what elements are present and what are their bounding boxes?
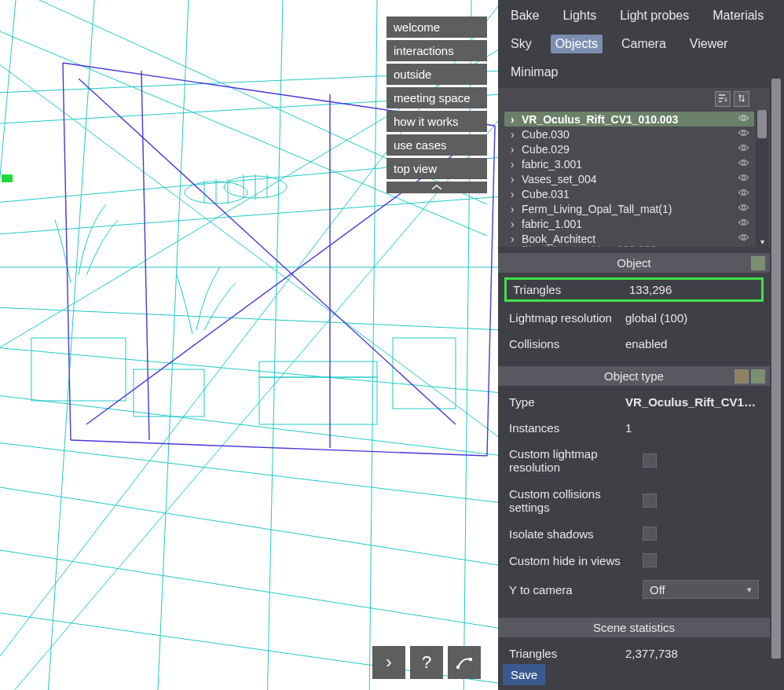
- view-menu-item[interactable]: meeting space: [387, 87, 487, 108]
- prop-label: Instances: [509, 421, 625, 435]
- view-menu-item[interactable]: outside: [387, 64, 487, 85]
- tree-row[interactable]: › Cube.030: [504, 127, 754, 141]
- svg-rect-35: [134, 369, 204, 417]
- sort-controls: [498, 88, 770, 110]
- stats-section-header[interactable]: Scene statistics: [498, 618, 770, 637]
- svg-point-51: [742, 161, 746, 164]
- tree-row[interactable]: › PlantMonsteraVase002.003: [504, 246, 754, 247]
- svg-line-40: [71, 440, 487, 456]
- svg-line-11: [0, 0, 16, 690]
- tree-row[interactable]: › Cube.031: [504, 186, 754, 201]
- scrollbar-thumb[interactable]: [757, 110, 767, 138]
- tab-bake[interactable]: Bake: [506, 6, 544, 25]
- checkbox[interactable]: [643, 553, 657, 567]
- sort-priority-button[interactable]: [715, 91, 731, 107]
- objtype-section-header[interactable]: Object type: [498, 366, 770, 386]
- objtype-instances-row: Instances 1: [498, 415, 770, 441]
- tree-row-label: fabric_3.001: [522, 158, 582, 171]
- prop-label: Type: [509, 395, 625, 409]
- visibility-icon[interactable]: [738, 203, 749, 215]
- checkbox[interactable]: [643, 453, 657, 468]
- color-swatch[interactable]: [751, 369, 765, 384]
- tree-row-label: Book_Architect: [522, 233, 595, 245]
- view-menu-item[interactable]: interactions: [387, 40, 487, 61]
- visibility-icon[interactable]: [738, 143, 749, 155]
- view-menu-item[interactable]: use cases: [387, 134, 487, 156]
- svg-line-17: [0, 487, 498, 566]
- tree-row-label: fabric_1.001: [522, 218, 582, 230]
- visibility-icon[interactable]: [738, 233, 749, 244]
- view-menu-item[interactable]: how it works: [387, 111, 487, 132]
- color-swatch[interactable]: [735, 369, 749, 384]
- object-triangles-row: Triangles 133,296: [504, 277, 764, 302]
- help-button[interactable]: ?: [410, 646, 443, 679]
- tree-row[interactable]: › fabric_1.001: [504, 216, 754, 231]
- tab-sky[interactable]: Sky: [506, 35, 537, 53]
- tab-objects[interactable]: Objects: [551, 35, 603, 53]
- sort-updown-button[interactable]: [734, 91, 749, 107]
- section-title: Object: [617, 256, 650, 270]
- tree-row-label: VR_Oculus_Rift_CV1_010.003: [522, 113, 678, 126]
- scrollbar-thumb[interactable]: [771, 79, 781, 659]
- path-tool-button[interactable]: [448, 646, 481, 679]
- color-swatch[interactable]: [751, 256, 765, 270]
- view-menu-item[interactable]: welcome: [387, 17, 487, 38]
- object-tree: › VR_Oculus_Rift_CV1_010.003 › Cube.030 …: [498, 110, 770, 247]
- tree-row[interactable]: › Cube.029: [504, 141, 754, 156]
- visibility-icon[interactable]: [738, 158, 749, 170]
- object-section-header[interactable]: Object: [498, 253, 770, 273]
- checkbox[interactable]: [643, 494, 657, 508]
- tree-row[interactable]: › Ferm_Living_Opal_Tall_mat(1): [504, 201, 754, 216]
- svg-rect-33: [259, 377, 377, 424]
- tree-row-label: Vases_set_004: [522, 173, 596, 185]
- view-menu-collapse[interactable]: [387, 182, 487, 193]
- tab-viewer[interactable]: Viewer: [685, 35, 733, 53]
- tab-lights[interactable]: Lights: [558, 6, 601, 25]
- tree-scrollbar[interactable]: ▾: [756, 110, 768, 247]
- prop-value: VR_Oculus_Rift_CV1…: [625, 395, 756, 409]
- ytocam-select[interactable]: Off ▾: [643, 580, 759, 599]
- prop-label: Custom lightmap resolution: [509, 447, 643, 475]
- prop-value: enabled: [625, 337, 667, 351]
- viewport-3d[interactable]: welcome interactions outside meeting spa…: [0, 0, 498, 690]
- section-title: Object type: [604, 369, 664, 383]
- svg-rect-32: [31, 338, 126, 401]
- view-menu-item[interactable]: top view: [387, 158, 487, 179]
- tree-row-label: PlantMonsteraVase002.003: [522, 246, 657, 247]
- visibility-icon[interactable]: [738, 113, 749, 125]
- tree-row[interactable]: › Vases_set_004: [504, 171, 754, 186]
- visibility-icon[interactable]: [738, 218, 749, 229]
- visibility-icon[interactable]: [738, 188, 749, 200]
- objtype-custom-collisions-row: Custom collisions settings: [498, 481, 770, 521]
- checkbox[interactable]: [643, 527, 657, 541]
- chevron-right-icon: ›: [386, 652, 391, 673]
- chevron-right-icon: ›: [511, 143, 518, 156]
- tab-camera[interactable]: Camera: [617, 35, 671, 53]
- question-icon: ?: [422, 652, 431, 673]
- tree-row[interactable]: › Book_Architect: [504, 231, 754, 246]
- tab-minimap[interactable]: Minimap: [506, 63, 562, 82]
- visibility-icon[interactable]: [738, 173, 749, 185]
- svg-point-48: [742, 116, 746, 119]
- objtype-custom-hide-row: Custom hide in views: [498, 547, 770, 574]
- section-title: Scene statistics: [593, 621, 675, 634]
- svg-line-5: [0, 196, 498, 236]
- tab-light-probes[interactable]: Light probes: [615, 6, 694, 25]
- tree-row[interactable]: › fabric_3.001: [504, 156, 754, 171]
- scrollbar-down-icon[interactable]: ▾: [756, 236, 768, 247]
- prop-label: Lightmap resolution: [509, 311, 625, 325]
- tab-materials[interactable]: Materials: [708, 6, 768, 25]
- panel-scrollbar[interactable]: [770, 79, 782, 659]
- svg-line-39: [487, 126, 495, 456]
- svg-line-13: [157, 0, 189, 690]
- prop-value: global (100): [625, 311, 687, 325]
- tree-row[interactable]: › VR_Oculus_Rift_CV1_010.003: [504, 112, 754, 127]
- expand-panel-button[interactable]: ›: [372, 646, 405, 679]
- svg-line-12: [47, 0, 94, 690]
- chevron-right-icon: ›: [511, 246, 518, 247]
- select-value: Off: [650, 583, 665, 596]
- save-button[interactable]: Save: [503, 664, 545, 685]
- visibility-icon[interactable]: [738, 128, 749, 140]
- stats-triangles-row: Triangles 2,377,738: [498, 640, 770, 666]
- tree-row-label: Ferm_Living_Opal_Tall_mat(1): [522, 203, 672, 215]
